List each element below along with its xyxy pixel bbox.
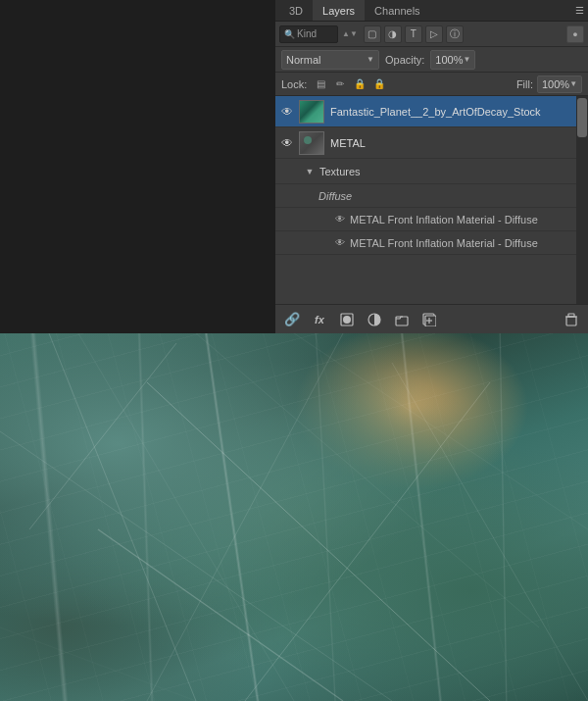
svg-line-22	[245, 382, 490, 701]
fill-input[interactable]: 100% ▼	[537, 75, 582, 93]
layer-visibility-diffuse2[interactable]: 👁	[334, 237, 346, 249]
blend-mode-select[interactable]: Normal ▼	[281, 50, 379, 70]
panel-menu-icon[interactable]: ☰	[575, 5, 584, 16]
filter-type-icon[interactable]: T	[405, 25, 422, 43]
layers-panel: 3D Layers Channels ☰ 🔍 Kind ▲▼ ▢ ◑ T ▷ ⓘ…	[275, 0, 588, 333]
layer-name-planet: Fantastic_Planet__2_by_ArtOfDecay_Stock	[330, 106, 584, 118]
new-group-button[interactable]	[391, 309, 413, 330]
layer-visibility-diffuse1[interactable]: 👁	[334, 214, 346, 225]
opacity-label: Opacity:	[385, 54, 424, 66]
delete-layer-button[interactable]	[561, 309, 582, 330]
search-input[interactable]: 🔍 Kind	[279, 25, 338, 43]
svg-line-21	[147, 333, 343, 701]
search-icon: 🔍	[284, 29, 295, 39]
svg-line-16	[294, 333, 588, 529]
layer-thumb-planet	[299, 100, 324, 124]
lock-label: Lock:	[281, 78, 307, 90]
filter-toggle[interactable]: ●	[566, 25, 584, 43]
svg-line-12	[78, 333, 294, 701]
filter-adjust-icon[interactable]: ◑	[384, 25, 402, 43]
filter-shape-icon[interactable]: ▷	[425, 25, 443, 43]
textures-label: Textures	[319, 166, 361, 177]
filter-kind-label: Kind	[297, 28, 317, 39]
tab-bar: 3D Layers Channels ☰	[275, 0, 588, 22]
filter-arrows[interactable]: ▲▼	[342, 29, 358, 38]
svg-rect-10	[568, 314, 574, 317]
tab-layers[interactable]: Layers	[313, 0, 365, 21]
lock-all-icon[interactable]: 🔒	[371, 76, 387, 92]
layer-item-diffuse2[interactable]: 👁 METAL Front Inflation Material - Diffu…	[275, 231, 588, 255]
layer-name-diffuse1: METAL Front Inflation Material - Diffuse	[350, 214, 538, 225]
new-adjustment-button[interactable]	[364, 309, 385, 330]
layer-name-metal: METAL	[330, 137, 584, 149]
opacity-input[interactable]: 100% ▼	[430, 50, 475, 70]
canvas-area	[0, 333, 588, 701]
filter-row: 🔍 Kind ▲▼ ▢ ◑ T ▷ ⓘ ●	[275, 22, 588, 47]
lock-position-icon[interactable]: 🔒	[352, 76, 368, 92]
layer-item-metal[interactable]: 👁 METAL	[275, 127, 588, 159]
opacity-arrow: ▼	[464, 55, 471, 64]
svg-line-20	[29, 343, 176, 529]
layer-item-diffuse-label: Diffuse	[275, 184, 588, 208]
lock-paint-icon[interactable]: ✏	[332, 76, 348, 92]
tab-channels[interactable]: Channels	[365, 0, 429, 21]
layer-list-wrapper: 👁 Fantastic_Planet__2_by_ArtOfDecay_Stoc…	[275, 96, 588, 304]
svg-line-14	[196, 333, 539, 627]
svg-point-1	[343, 316, 351, 324]
new-layer-button[interactable]	[418, 309, 440, 330]
layer-effects-button[interactable]: fx	[309, 309, 330, 330]
link-layers-button[interactable]: 🔗	[281, 309, 303, 330]
fill-arrow: ▼	[569, 79, 577, 88]
filter-icons: ▢ ◑ T ▷ ⓘ	[364, 25, 464, 43]
tab-3d[interactable]: 3D	[279, 0, 313, 21]
add-mask-button[interactable]	[336, 309, 358, 330]
layer-thumb-metal	[299, 131, 324, 155]
svg-rect-3	[396, 317, 408, 325]
left-panel	[0, 0, 275, 333]
layer-scrollbar[interactable]	[576, 96, 588, 304]
texture-background	[0, 333, 588, 701]
blend-mode-arrow: ▼	[367, 55, 374, 64]
lock-transparent-icon[interactable]: ▤	[313, 76, 328, 92]
filter-pixel-icon[interactable]: ▢	[364, 25, 381, 43]
filter-smart-icon[interactable]: ⓘ	[446, 25, 464, 43]
diffuse-label: Diffuse	[318, 190, 352, 202]
svg-line-17	[392, 363, 588, 701]
layer-name-diffuse2: METAL Front Inflation Material - Diffuse	[350, 237, 538, 249]
layer-list: 👁 Fantastic_Planet__2_by_ArtOfDecay_Stoc…	[275, 96, 588, 304]
lock-row: Lock: ▤ ✏ 🔒 🔒 Fill: 100% ▼	[275, 73, 588, 96]
svg-line-11	[49, 333, 196, 701]
svg-line-15	[0, 431, 392, 701]
textures-collapse-icon[interactable]: ▼	[303, 165, 317, 178]
layer-item-planet[interactable]: 👁 Fantastic_Planet__2_by_ArtOfDecay_Stoc…	[275, 96, 588, 127]
svg-line-18	[98, 529, 343, 701]
fill-label: Fill:	[516, 78, 533, 90]
layer-item-diffuse1[interactable]: 👁 METAL Front Inflation Material - Diffu…	[275, 208, 588, 231]
layer-visibility-planet[interactable]: 👁	[279, 104, 295, 120]
scrollbar-thumb[interactable]	[577, 98, 587, 137]
blend-row: Normal ▼ Opacity: 100% ▼	[275, 47, 588, 73]
bottom-toolbar: 🔗 fx	[275, 304, 588, 333]
layer-visibility-metal[interactable]: 👁	[279, 135, 295, 151]
svg-rect-8	[566, 317, 576, 325]
layer-item-textures[interactable]: ▼ Textures	[275, 159, 588, 184]
scratch-lines	[0, 333, 588, 701]
